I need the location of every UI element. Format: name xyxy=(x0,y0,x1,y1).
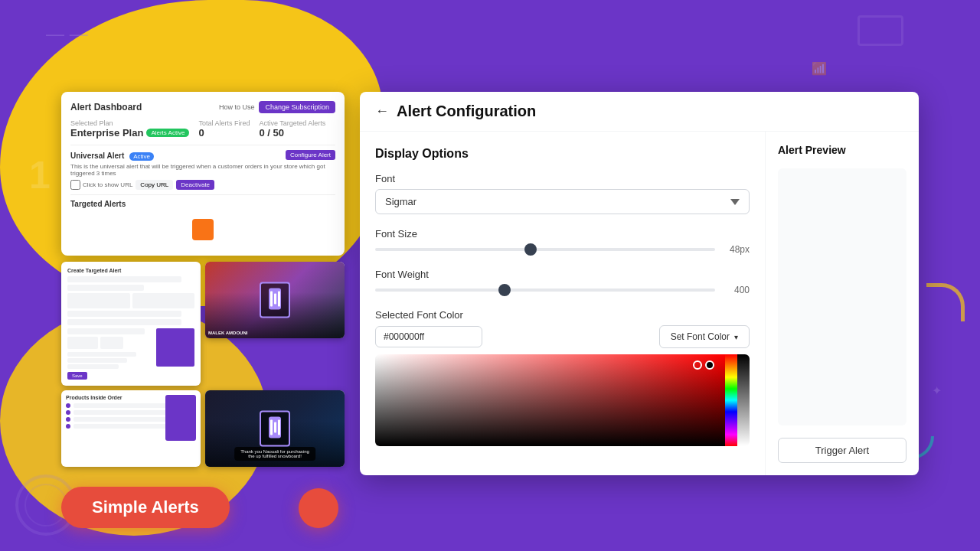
back-button[interactable]: ← xyxy=(375,103,389,119)
form-col-2 xyxy=(132,293,195,308)
set-font-color-button[interactable]: Set Font Color ▾ xyxy=(659,325,750,348)
screenshot-grid: Create Targeted Alert xyxy=(61,262,345,467)
list-dot-2 xyxy=(66,410,70,415)
font-size-slider[interactable] xyxy=(375,248,715,251)
show-url-checkbox[interactable] xyxy=(70,180,80,190)
font-weight-slider[interactable] xyxy=(375,289,715,292)
ua-header: Universal Alert Active Configure Alert xyxy=(70,150,335,160)
form-field-5 xyxy=(67,328,145,334)
deco-lines: — — xyxy=(46,23,88,44)
color-hex-input[interactable] xyxy=(375,326,482,347)
dashboard-title: Alert Dashboard xyxy=(70,102,142,112)
form-check-1 xyxy=(67,352,136,357)
form-checkbox-area xyxy=(67,352,153,369)
color-cursor-black[interactable] xyxy=(705,360,714,370)
change-subscription-button[interactable]: Change Subscription xyxy=(259,101,335,113)
total-fired-value: 0 xyxy=(198,127,204,139)
click-to-show-url: Click to show URL xyxy=(70,180,132,190)
ow-bar3 xyxy=(278,420,280,435)
targeted-placeholder-icon xyxy=(192,219,214,240)
form-col-1 xyxy=(67,293,130,308)
color-gradient-area[interactable] xyxy=(375,354,725,446)
alert-config-panel: ← Alert Configuration Display Options Fo… xyxy=(360,92,919,475)
form-save-btn: Save xyxy=(67,372,87,380)
font-select[interactable]: Sigmar Arial Roboto Open Sans xyxy=(375,189,750,214)
ua-active-badge: Active xyxy=(129,152,154,161)
crowd-video-bg: MALEK AMDOUNI xyxy=(205,262,345,338)
record-button[interactable] xyxy=(299,488,338,528)
form-field-4 xyxy=(67,319,181,325)
alerts-active-badge: Alerts Active xyxy=(146,129,189,137)
set-font-color-label: Set Font Color xyxy=(671,331,730,342)
ua-description: This is the universal alert that will be… xyxy=(70,163,335,177)
form-field-3 xyxy=(67,311,181,317)
config-body: Display Options Font Sigmar Arial Roboto… xyxy=(360,132,919,475)
overwatch-alert-overlay xyxy=(260,411,290,447)
deactivate-button[interactable]: Deactivate xyxy=(176,180,214,190)
chevron-down-icon: ▾ xyxy=(734,333,738,341)
color-picker[interactable] xyxy=(375,354,750,446)
list-dot-1 xyxy=(66,403,70,408)
config-header: ← Alert Configuration xyxy=(360,92,919,132)
font-label: Font xyxy=(375,173,750,184)
color-cursor-white[interactable] xyxy=(693,360,702,370)
plan-name: Enterprise Plan xyxy=(70,127,143,139)
preview-area xyxy=(778,168,906,425)
ua-title-group: Universal Alert Active xyxy=(70,151,154,160)
font-size-label: Font Size xyxy=(375,228,750,240)
universal-alert-section: Universal Alert Active Configure Alert T… xyxy=(70,145,335,190)
font-color-label: Selected Font Color xyxy=(375,309,750,321)
overwatch-video-bg: Thank you Naouali for purchasingthe up f… xyxy=(205,390,345,467)
deco-email-icon xyxy=(858,15,903,46)
font-weight-value: 400 xyxy=(723,285,750,295)
video-player-name: MALEK AMDOUNI xyxy=(208,331,247,335)
font-weight-group: Font Weight 400 xyxy=(375,269,750,295)
total-fired-label: Total Alerts Fired xyxy=(198,119,250,127)
targeted-alerts-section: Targeted Alerts xyxy=(70,194,335,246)
bar3 xyxy=(278,292,280,307)
font-group: Font Sigmar Arial Roboto Open Sans xyxy=(375,173,750,214)
alert-dashboard-card: Alert Dashboard How to Use Change Subscr… xyxy=(61,92,345,256)
deco-wifi: 📶 xyxy=(812,61,827,76)
color-spectrum-bar[interactable] xyxy=(725,354,737,446)
form-row xyxy=(67,293,194,308)
deco-one: 1 xyxy=(29,153,51,197)
form-left xyxy=(67,328,153,369)
form-purple-block xyxy=(156,328,194,367)
font-size-slider-row: 48px xyxy=(375,244,750,255)
list-dot-4 xyxy=(66,424,70,429)
form-field-1 xyxy=(67,276,181,282)
copy-url-button[interactable]: Copy URL xyxy=(136,180,173,190)
how-to-link[interactable]: How to Use xyxy=(219,103,255,111)
show-url-label: Click to show URL xyxy=(83,181,132,188)
form-check-3 xyxy=(67,364,119,369)
form-check-2 xyxy=(67,358,127,363)
color-opacity-bar[interactable] xyxy=(737,354,750,446)
alert-bar-icon xyxy=(269,289,281,310)
configure-alert-button[interactable]: Configure Alert xyxy=(286,150,335,160)
color-input-row: Set Font Color ▾ xyxy=(375,325,750,348)
thank-you-text: Thank you Naouali for purchasingthe up f… xyxy=(234,447,315,461)
ow-bar2 xyxy=(274,422,276,433)
list-right-block xyxy=(165,395,196,441)
selected-plan-label: Selected Plan xyxy=(70,119,189,127)
font-weight-slider-row: 400 xyxy=(375,285,750,295)
simple-alerts-button[interactable]: Simple Alerts xyxy=(61,487,230,528)
trigger-alert-button[interactable]: Trigger Alert xyxy=(778,438,906,463)
dashboard-header: Alert Dashboard How to Use Change Subscr… xyxy=(70,101,335,113)
font-weight-label: Font Weight xyxy=(375,269,750,280)
form-field-2 xyxy=(67,285,144,291)
screenshot-crowd-video: MALEK AMDOUNI xyxy=(205,262,345,338)
form-mini-2 xyxy=(100,337,123,349)
font-color-group: Selected Font Color Set Font Color ▾ xyxy=(375,309,750,446)
targeted-placeholder xyxy=(70,213,335,246)
main-content: Alert Dashboard How to Use Change Subscr… xyxy=(61,92,919,490)
stats-row: Selected Plan Enterprise Plan Alerts Act… xyxy=(70,119,335,139)
list-dot-3 xyxy=(66,417,70,422)
total-fired-stat: Total Alerts Fired 0 xyxy=(198,119,250,139)
bar2 xyxy=(274,294,276,305)
screenshot-form: Create Targeted Alert xyxy=(61,262,201,386)
display-options-title: Display Options xyxy=(375,147,750,161)
alert-preview-panel: Alert Preview Trigger Alert xyxy=(766,132,919,475)
font-size-value: 48px xyxy=(723,244,750,255)
